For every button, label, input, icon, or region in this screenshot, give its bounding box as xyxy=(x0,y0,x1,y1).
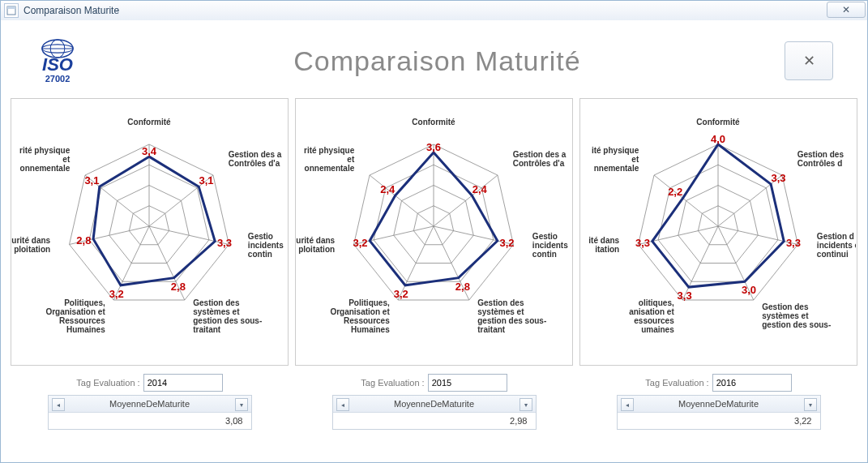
svg-text:3,2: 3,2 xyxy=(353,237,367,249)
metric-box-3: ◂ MoyenneDeMaturite ▾ 3,22 xyxy=(617,395,821,430)
svg-text:2,8: 2,8 xyxy=(171,281,186,293)
svg-text:urité dansploitation: urité dansploitation xyxy=(296,236,335,254)
metric-name: MoyenneDeMaturite xyxy=(338,399,531,409)
window-title: Comparaison Maturite xyxy=(24,5,119,16)
svg-text:Politiques,Organisation etRess: Politiques,Organisation etRessourcesHuma… xyxy=(330,298,390,334)
footer-col-3: Tag Evaluation : ◂ MoyenneDeMaturite ▾ 3… xyxy=(579,374,857,430)
chevron-down-icon[interactable]: ▾ xyxy=(520,398,532,411)
svg-text:3,4: 3,4 xyxy=(142,145,157,157)
tag-label: Tag Evaluation : xyxy=(645,378,708,388)
chevron-left-icon[interactable]: ◂ xyxy=(52,398,65,411)
titlebar: Comparaison Maturite ✕ xyxy=(1,1,867,21)
svg-text:3,2: 3,2 xyxy=(499,237,514,249)
svg-text:3,3: 3,3 xyxy=(771,172,785,184)
svg-text:Gestioincidentscontin: Gestioincidentscontin xyxy=(532,232,568,259)
tag-input-2[interactable] xyxy=(428,374,507,392)
metric-name: MoyenneDeMaturite xyxy=(53,399,246,409)
svg-line-33 xyxy=(370,175,434,226)
radar-panel-1: 3,43,13,32,83,22,83,1ConformitéGestion d… xyxy=(11,98,289,366)
svg-text:3,2: 3,2 xyxy=(394,288,408,300)
logo-number: 27002 xyxy=(45,74,71,84)
svg-text:Gestion dincidents etcontinui: Gestion dincidents etcontinui xyxy=(817,232,856,259)
svg-text:Gestion des aContrôles d'a: Gestion des aContrôles d'a xyxy=(513,150,567,168)
logo-text: ISO xyxy=(42,58,73,72)
form-close-button[interactable]: ✕ xyxy=(785,41,833,80)
svg-text:Politiques,Organisation etRess: Politiques,Organisation etRessourcesHuma… xyxy=(45,298,105,334)
svg-text:3,3: 3,3 xyxy=(786,237,801,249)
close-icon: ✕ xyxy=(842,4,850,15)
svg-text:Conformité: Conformité xyxy=(127,118,171,126)
form-icon xyxy=(4,3,19,18)
svg-text:2,8: 2,8 xyxy=(76,234,91,247)
svg-text:Gestion desContrôles d: Gestion desContrôles d xyxy=(797,150,844,168)
chevron-down-icon[interactable]: ▾ xyxy=(235,398,248,411)
tag-label: Tag Evaluation : xyxy=(76,378,139,388)
metric-value-1: 3,08 xyxy=(49,413,251,429)
chevron-down-icon[interactable]: ▾ xyxy=(804,398,817,411)
svg-line-53 xyxy=(639,226,718,244)
metric-box-1: ◂ MoyenneDeMaturite ▾ 3,08 xyxy=(48,395,252,430)
svg-text:2,4: 2,4 xyxy=(472,183,488,195)
tag-label: Tag Evaluation : xyxy=(361,378,424,388)
svg-text:4,0: 4,0 xyxy=(711,133,725,145)
svg-text:3,2: 3,2 xyxy=(109,288,124,300)
svg-text:3,1: 3,1 xyxy=(84,174,99,186)
svg-text:Gestion dessystèmes etgestion : Gestion dessystèmes etgestion des sous- xyxy=(762,302,831,329)
footer-col-2: Tag Evaluation : ◂ MoyenneDeMaturite ▾ 2… xyxy=(295,374,573,430)
window-close-button[interactable]: ✕ xyxy=(827,2,866,18)
svg-text:Gestion dessystèmes etgestion : Gestion dessystèmes etgestion des sous-t… xyxy=(193,298,262,334)
close-icon: ✕ xyxy=(803,52,815,70)
svg-line-54 xyxy=(654,175,718,226)
app-window: Comparaison Maturite ✕ ISO 27002 Compara… xyxy=(0,0,868,463)
svg-text:Conformité: Conformité xyxy=(696,118,740,126)
form-body: ISO 27002 Comparaison Maturité ✕ 3,43,13… xyxy=(1,20,867,462)
svg-text:3,1: 3,1 xyxy=(199,174,214,186)
metric-header[interactable]: ◂ MoyenneDeMaturite ▾ xyxy=(49,396,251,413)
svg-text:rité physiqueetonnementale: rité physiqueetonnementale xyxy=(304,146,355,173)
svg-text:3,3: 3,3 xyxy=(678,289,692,302)
svg-text:3,6: 3,6 xyxy=(426,141,441,153)
metric-value-3: 3,22 xyxy=(618,413,820,429)
svg-text:ité physiqueetnnementale: ité physiqueetnnementale xyxy=(592,146,639,173)
metric-header[interactable]: ◂ MoyenneDeMaturite ▾ xyxy=(618,396,820,413)
metric-box-2: ◂ MoyenneDeMaturite ▾ 2,98 xyxy=(332,395,537,430)
radar-panel-2: 3,62,43,22,83,23,22,4ConformitéGestion d… xyxy=(295,98,573,366)
charts-row: 3,43,13,32,83,22,83,1ConformitéGestion d… xyxy=(11,98,857,366)
svg-text:3,0: 3,0 xyxy=(742,284,756,296)
svg-text:3,3: 3,3 xyxy=(217,237,232,249)
chevron-left-icon[interactable]: ◂ xyxy=(336,398,349,411)
header: ISO 27002 Comparaison Maturité ✕ xyxy=(11,28,857,93)
svg-text:3,3: 3,3 xyxy=(635,237,650,249)
svg-text:urité dansploitation: urité dansploitation xyxy=(11,236,50,254)
svg-text:Gestion des aContrôles d'a: Gestion des aContrôles d'a xyxy=(229,150,282,168)
footer-row: Tag Evaluation : ◂ MoyenneDeMaturite ▾ 3… xyxy=(11,374,857,430)
radar-panel-3: 4,03,33,33,03,33,32,2ConformitéGestion d… xyxy=(579,98,857,366)
footer-col-1: Tag Evaluation : ◂ MoyenneDeMaturite ▾ 3… xyxy=(11,374,289,430)
svg-text:olitiques,anisation etessource: olitiques,anisation etessourcesumaines xyxy=(629,298,674,334)
svg-text:Gestion dessystèmes etgestion : Gestion dessystèmes etgestion des sous-t… xyxy=(477,298,546,334)
svg-text:rité physiqueetonnementale: rité physiqueetonnementale xyxy=(19,146,71,173)
svg-text:Gestioincidentscontin: Gestioincidentscontin xyxy=(248,232,284,259)
iso-logo: ISO 27002 xyxy=(25,32,90,89)
tag-input-3[interactable] xyxy=(712,374,792,392)
svg-text:Conformité: Conformité xyxy=(412,118,455,126)
metric-header[interactable]: ◂ MoyenneDeMaturite ▾ xyxy=(333,396,536,413)
metric-value-2: 2,98 xyxy=(333,413,536,429)
tag-input-1[interactable] xyxy=(143,374,223,392)
svg-rect-1 xyxy=(7,6,15,9)
metric-name: MoyenneDeMaturite xyxy=(622,399,815,409)
svg-text:2,4: 2,4 xyxy=(380,183,396,195)
page-title: Comparaison Maturité xyxy=(90,45,785,77)
svg-text:ité dansitation: ité dansitation xyxy=(588,236,619,254)
svg-text:2,2: 2,2 xyxy=(668,186,682,198)
svg-line-28 xyxy=(434,175,498,226)
chevron-left-icon[interactable]: ◂ xyxy=(621,398,634,411)
svg-text:2,8: 2,8 xyxy=(455,281,470,293)
